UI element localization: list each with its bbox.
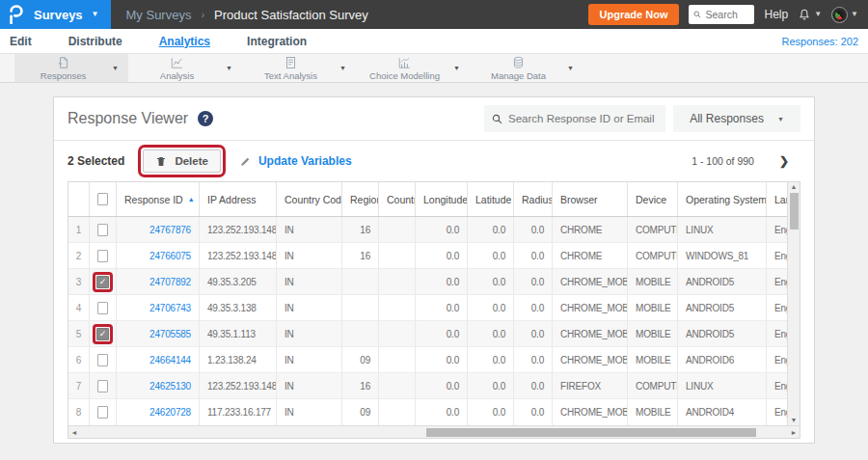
global-search-input[interactable] — [705, 9, 749, 20]
cell-country — [379, 243, 416, 268]
toolbar-item-analysis[interactable]: Analysis ▼ — [128, 54, 242, 82]
response-id-link[interactable]: 24620728 — [117, 399, 200, 425]
chevron-down-icon[interactable]: ▼ — [226, 65, 242, 71]
chevron-down-icon[interactable]: ▼ — [112, 65, 128, 71]
cell-latitude: 0.0 — [468, 217, 514, 242]
cell-longitude: 0.0 — [416, 217, 468, 242]
header-radius[interactable]: Radius — [514, 182, 553, 216]
cell-country-code: IN — [277, 373, 342, 398]
notifications-menu[interactable]: ▼ — [798, 8, 822, 22]
cell-country-code: IN — [277, 399, 342, 425]
tab-edit[interactable]: Edit — [10, 35, 32, 48]
row-checkbox-cell[interactable] — [90, 217, 117, 242]
row-checkbox-cell[interactable] — [90, 373, 117, 398]
horizontal-scrollbar[interactable]: ◄ ► — [68, 425, 800, 438]
analytics-toolbar: Responses ▼ Analysis ▼ Text Analysis ▼ — [0, 54, 868, 83]
response-id-link[interactable]: 24767876 — [117, 217, 200, 242]
toolbar-item-responses[interactable]: Responses ▼ — [14, 54, 128, 82]
row-checkbox[interactable] — [97, 354, 108, 366]
cell-radius: 0.0 — [514, 347, 553, 372]
search-icon — [492, 114, 502, 124]
help-link[interactable]: Help — [764, 8, 788, 21]
chevron-down-icon[interactable]: ▼ — [453, 65, 470, 71]
response-id-link[interactable]: 24625130 — [117, 373, 200, 398]
header-language[interactable]: Language — [767, 182, 789, 216]
response-id-link[interactable]: 24707892 — [117, 269, 200, 294]
header-device[interactable]: Device — [628, 182, 678, 216]
toolbar-item-choice-modelling[interactable]: Choice Modelling ▼ — [356, 54, 470, 82]
cell-latitude: 0.0 — [468, 321, 514, 346]
cell-country — [379, 373, 416, 398]
product-logo-menu[interactable]: Surveys ▼ — [0, 0, 111, 29]
row-checkbox-cell[interactable] — [90, 347, 117, 372]
row-checkbox-checked[interactable]: ✓ — [96, 328, 109, 340]
header-ip-address[interactable]: IP Address — [200, 182, 277, 216]
response-id-link[interactable]: 24706743 — [117, 295, 200, 320]
toolbar-item-text-analysis[interactable]: Text Analysis ▼ — [242, 54, 356, 82]
cell-language: English — [767, 243, 789, 268]
response-id-link[interactable]: 24766075 — [117, 243, 200, 268]
tab-distribute[interactable]: Distribute — [68, 35, 122, 48]
response-search[interactable] — [484, 105, 665, 132]
upgrade-now-button[interactable]: Upgrade Now — [588, 4, 680, 25]
header-latitude[interactable]: Latitude — [468, 182, 514, 216]
breadcrumb-my-surveys[interactable]: My Surveys — [126, 8, 192, 22]
response-filter-dropdown[interactable]: All Responses ▼ — [673, 105, 800, 132]
global-search[interactable] — [689, 5, 754, 24]
response-id-link[interactable]: 24705585 — [117, 321, 200, 346]
row-checkbox[interactable] — [97, 406, 108, 419]
header-longitude[interactable]: Longitude — [416, 182, 468, 216]
header-country-code[interactable]: Country Code — [277, 182, 342, 216]
row-checkbox-cell[interactable] — [90, 399, 117, 425]
toolbar-item-manage-data[interactable]: Manage Data ▼ — [470, 54, 583, 82]
delete-annotation-highlight: Delete — [138, 145, 226, 177]
horizontal-scroll-thumb[interactable] — [426, 428, 755, 437]
header-row-number — [68, 182, 90, 216]
header-operating-system[interactable]: Operating System — [678, 182, 767, 216]
survey-nav: Edit Distribute Analytics Integration Re… — [0, 29, 868, 54]
header-browser[interactable]: Browser — [553, 182, 628, 216]
cell-country — [379, 399, 416, 425]
delete-button[interactable]: Delete — [143, 149, 221, 173]
response-search-input[interactable] — [508, 113, 658, 124]
row-checkbox-cell[interactable]: ✓ — [90, 269, 117, 294]
chevron-down-icon[interactable]: ▼ — [567, 65, 583, 71]
response-id-link[interactable]: 24664144 — [117, 347, 200, 372]
responses-count-link[interactable]: Responses: 202 — [782, 36, 859, 47]
row-checkbox[interactable] — [97, 302, 108, 314]
update-variables-button[interactable]: Update Variables — [239, 154, 352, 168]
cell-browser: CHROME_MOBILE — [553, 269, 628, 294]
header-country[interactable]: Country — [379, 182, 416, 216]
chevron-down-icon[interactable]: ▼ — [339, 65, 356, 71]
row-checkbox-cell[interactable] — [90, 243, 117, 268]
header-response-id[interactable]: Response ID ▲ — [117, 182, 200, 216]
row-checkbox-cell[interactable] — [90, 295, 117, 320]
row-checkbox-checked[interactable]: ✓ — [96, 276, 109, 288]
vertical-scrollbar[interactable]: ▲ ▼ — [787, 182, 800, 425]
scroll-left-icon[interactable]: ◄ — [68, 429, 80, 436]
vertical-scroll-thumb[interactable] — [790, 193, 799, 230]
row-checkbox[interactable] — [97, 224, 108, 236]
scroll-right-icon[interactable]: ► — [788, 429, 800, 436]
pagination-next-button[interactable]: ❯ — [779, 154, 789, 168]
select-all-checkbox[interactable] — [97, 193, 108, 205]
help-icon[interactable]: ? — [198, 111, 213, 126]
row-number: 1 — [68, 217, 90, 242]
header-select-all[interactable] — [90, 182, 117, 216]
header-region[interactable]: Region — [342, 182, 379, 216]
tab-analytics[interactable]: Analytics — [159, 35, 210, 48]
row-checkbox-cell[interactable]: ✓ — [90, 321, 117, 346]
account-menu[interactable]: ▼ — [831, 7, 858, 23]
sort-ascending-icon: ▲ — [188, 196, 195, 203]
scroll-up-icon[interactable]: ▲ — [791, 182, 798, 192]
tab-integration[interactable]: Integration — [247, 35, 307, 48]
cell-country — [379, 269, 416, 294]
row-number: 4 — [68, 295, 90, 320]
cell-longitude: 0.0 — [416, 269, 468, 294]
row-checkbox[interactable] — [97, 380, 108, 392]
row-checkbox[interactable] — [97, 250, 108, 262]
trash-icon — [155, 155, 167, 168]
scroll-down-icon[interactable]: ▼ — [791, 416, 798, 425]
product-menu-label[interactable]: Surveys — [34, 8, 83, 22]
panel-header: Response Viewer ? All Responses ▼ — [54, 97, 814, 141]
